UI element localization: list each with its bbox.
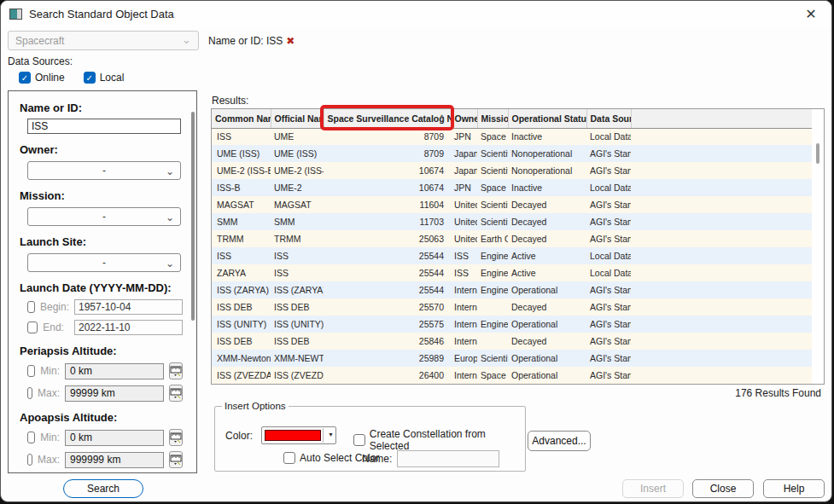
constellation-name-input[interactable] (397, 450, 499, 467)
table-cell: ISS (ZVEZDA) (271, 367, 324, 384)
title-bar: Search Standard Object Data ✕ (1, 1, 831, 28)
apoapsis-max-checkbox[interactable] (27, 454, 32, 466)
periapsis-min-input[interactable] (65, 363, 164, 379)
table-header-row: Common Name Official Name Space Surveill… (212, 109, 812, 128)
owner-label: Owner: (20, 143, 183, 156)
table-cell: ISS (271, 264, 324, 281)
table-row[interactable]: TRMMTRMM25063United SEarth ObDecayedAGI'… (212, 230, 812, 247)
table-cell: Scientific (477, 350, 508, 367)
filter-chip-text: Name or ID: ISS (208, 35, 283, 47)
column-header-owner[interactable]: Owner (451, 109, 477, 128)
unit-ruler-button[interactable] (169, 451, 183, 468)
table-cell: UME-2 (ISS-B) (212, 162, 271, 179)
mission-dropdown[interactable]: - ⌄ (27, 207, 181, 226)
table-cell-filler (631, 316, 812, 333)
table-row[interactable]: SMMSMM11703United SScientificDecayedAGI'… (212, 213, 812, 230)
launch-site-dropdown[interactable]: - ⌄ (27, 253, 181, 272)
online-checkbox[interactable]: ✓ Online (19, 72, 65, 84)
table-cell: Operational (508, 367, 586, 384)
create-constellation-checkbox[interactable]: Create Constellation from Selected (353, 428, 525, 452)
table-cell-filler (631, 367, 812, 384)
table-cell: ISS (451, 247, 477, 264)
help-button[interactable]: Help (763, 479, 825, 498)
table-row[interactable]: ISS (UNITY)ISS (UNITY)25575InternatEngin… (212, 316, 812, 333)
begin-date-checkbox[interactable] (27, 301, 35, 313)
color-dropdown[interactable]: ▼ (261, 426, 336, 444)
column-header-operational-status[interactable]: Operational Status (508, 109, 586, 128)
table-cell: ISS (UNITY) (212, 316, 271, 333)
periapsis-altitude-label: Periapsis Altitude: (20, 345, 183, 357)
table-cell: United S (451, 230, 477, 247)
table-cell: Scientific (477, 162, 508, 179)
end-date-checkbox[interactable] (27, 322, 38, 333)
periapsis-min-checkbox[interactable] (27, 365, 35, 377)
periapsis-max-input[interactable] (65, 385, 164, 402)
chevron-down-icon: ⌄ (166, 209, 174, 226)
table-row[interactable]: XMM-NewtonXMM-NEWTON25989EuropeaScientif… (212, 350, 812, 367)
column-header-common-name[interactable]: Common Name (212, 109, 271, 128)
table-row[interactable]: ZARYAISS25544ISSEngineerActiveLocal Data… (212, 264, 812, 281)
table-cell (477, 298, 508, 316)
apoapsis-max-input[interactable] (65, 452, 164, 468)
table-row[interactable]: ISS DEBISS DEB25846InternatDecayedAGI's … (212, 333, 812, 350)
object-type-dropdown[interactable]: Spacecraft ⌄ (8, 31, 199, 50)
table-cell: AGI's Standar (586, 145, 631, 162)
table-cell: 25846 (324, 333, 451, 350)
begin-label: Begin: (40, 301, 69, 313)
window-title: Search Standard Object Data (29, 8, 174, 20)
table-row[interactable]: UME (ISS)UME (ISS)8709JapanScientificNon… (212, 145, 812, 162)
table-row[interactable]: UME-2 (ISS-B)UME-2 (ISS-B)10674JapanScie… (212, 162, 812, 179)
unit-ruler-button[interactable] (169, 429, 183, 446)
table-row[interactable]: ISS (ZARYA)ISS (ZARYA)25544InternatEngin… (212, 281, 812, 298)
table-cell: Engineer (477, 264, 508, 281)
table-cell: AGI's Standar (586, 213, 631, 230)
object-type-value: Spacecraft (15, 35, 64, 47)
column-header-data-source[interactable]: Data Source (586, 109, 631, 128)
local-checkbox[interactable]: ✓ Local (84, 72, 125, 84)
apoapsis-min-checkbox[interactable] (27, 432, 35, 443)
sort-ascending-icon: ∧ (438, 112, 445, 123)
periapsis-max-checkbox[interactable] (27, 387, 32, 399)
search-button[interactable]: Search (63, 479, 143, 498)
name-or-id-input[interactable] (27, 119, 181, 134)
owner-dropdown[interactable]: - ⌄ (27, 161, 181, 180)
table-cell: AGI's Standar (586, 316, 631, 333)
begin-date-input[interactable] (74, 299, 183, 315)
end-date-input[interactable] (74, 320, 183, 335)
results-scrollbar[interactable] (816, 143, 819, 164)
table-cell: Active (508, 247, 586, 264)
table-cell: Inactive (508, 128, 586, 145)
table-cell: TRMM (271, 230, 324, 247)
apoapsis-min-input[interactable] (65, 430, 164, 446)
mission-label: Mission: (20, 189, 183, 202)
remove-filter-icon[interactable]: ✖ (286, 35, 295, 47)
insert-button[interactable]: Insert (622, 479, 684, 498)
table-row[interactable]: MAGSATMAGSAT11604United SScientificDecay… (212, 196, 812, 213)
table-row[interactable]: ISS DEBISS DEB25570InternatDecayedAGI's … (212, 298, 812, 316)
unit-ruler-button[interactable] (169, 362, 183, 379)
advanced-button[interactable]: Advanced... (528, 431, 591, 451)
chevron-down-icon: ⌄ (166, 163, 174, 180)
table-row[interactable]: ISS (ZVEZDA)ISS (ZVEZDA)26400InternatSpa… (212, 367, 812, 384)
unit-ruler-button[interactable] (169, 385, 183, 402)
table-cell: UME (ISS) (212, 145, 271, 162)
table-cell: Operational (508, 350, 586, 367)
table-row[interactable]: ISSUME8709JPNSpace PhInactiveLocal Datab… (212, 128, 812, 145)
close-icon[interactable]: ✕ (799, 4, 823, 25)
table-cell: Earth Ob (477, 230, 508, 247)
dropdown-arrow-icon: ▼ (328, 432, 334, 437)
max-label: Max: (38, 454, 60, 466)
table-row[interactable]: ISSISS25544ISSEngineerActiveLocal Databa… (212, 247, 812, 264)
column-header-official-name[interactable]: Official Name (271, 109, 324, 128)
table-row[interactable]: ISS-BUME-210674JPNSpace PhInactiveLocal … (212, 179, 812, 196)
column-header-mission[interactable]: Mission (477, 109, 508, 128)
filter-panel-scrollbar[interactable] (191, 112, 195, 321)
table-cell: ISS (ZVEZDA) (212, 367, 271, 384)
close-button[interactable]: Close (692, 479, 754, 498)
table-cell: UME (271, 128, 324, 145)
insert-options-group: Insert Options Color: ▼ Auto Select Colo… (214, 401, 526, 472)
table-cell: Engineer (477, 316, 508, 333)
table-cell: Space St (477, 367, 508, 384)
column-header-catalog-number[interactable]: Space Surveillance Catalog Nu... ∧ (324, 109, 451, 128)
table-cell: Engineer (477, 247, 508, 264)
